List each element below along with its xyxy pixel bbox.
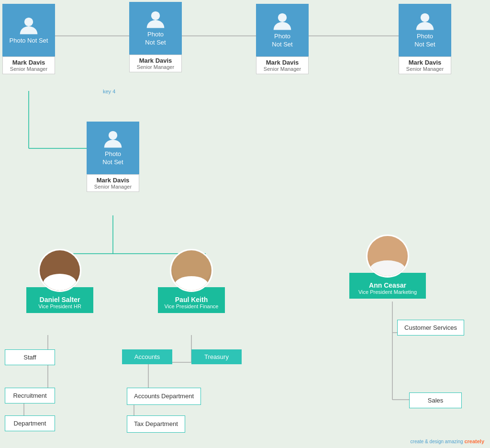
- avatar-ann: [366, 235, 409, 278]
- photo-card-1: Photo Not Set: [2, 4, 55, 56]
- node-mark-davis-2[interactable]: PhotoNot Set Mark Davis Senior Manager: [129, 2, 182, 72]
- watermark: create & design amazing creately: [411, 438, 484, 444]
- avatar-daniel: [38, 249, 81, 292]
- photo-label-1: Photo Not Set: [10, 37, 48, 45]
- org-chart: Photo Not Set Mark Davis Senior Manager …: [0, 0, 490, 448]
- avatar-paul: [170, 249, 213, 292]
- svg-point-38: [278, 13, 287, 22]
- name-label-2: Mark Davis Senior Manager: [129, 55, 182, 72]
- dept-accounts-department[interactable]: Accounts Department: [127, 388, 201, 405]
- svg-point-40: [109, 131, 117, 140]
- photo-card-2: PhotoNot Set: [129, 2, 182, 55]
- dept-treasury[interactable]: Treasury: [191, 349, 242, 364]
- node-mark-davis-4[interactable]: PhotoNot Set Mark Davis Senior Manager: [399, 4, 451, 74]
- photo-card-mid: PhotoNot Set: [87, 122, 139, 174]
- dept-customer-services[interactable]: Customer Services: [397, 320, 464, 336]
- svg-point-39: [421, 13, 429, 22]
- svg-point-36: [24, 17, 33, 26]
- node-daniel-salter[interactable]: Daniel Salter Vice President HR: [26, 249, 93, 313]
- node-paul-keith[interactable]: Paul Keith Vice President Finance: [158, 249, 225, 313]
- node-mark-davis-mid[interactable]: PhotoNot Set Mark Davis Senior Manager: [87, 122, 139, 192]
- key-label: key 4: [103, 89, 115, 94]
- dept-recruitment[interactable]: Recruitment: [5, 388, 55, 403]
- dept-tax-department[interactable]: Tax Department: [127, 415, 185, 433]
- photo-card-4: PhotoNot Set: [399, 4, 451, 56]
- dept-accounts[interactable]: Accounts: [122, 349, 172, 364]
- name-label-mid: Mark Davis Senior Manager: [87, 174, 139, 192]
- node-mark-davis-3[interactable]: PhotoNot Set Mark Davis Senior Manager: [256, 4, 309, 74]
- dept-staff[interactable]: Staff: [5, 349, 55, 365]
- node-mark-davis-1[interactable]: Photo Not Set Mark Davis Senior Manager: [2, 4, 55, 74]
- name-label-1: Mark Davis Senior Manager: [2, 56, 55, 74]
- svg-point-37: [151, 11, 160, 20]
- node-ann-ceasar[interactable]: Ann Ceasar Vice President Marketing: [349, 235, 426, 299]
- dept-sales[interactable]: Sales: [409, 392, 462, 408]
- photo-card-3: PhotoNot Set: [256, 4, 309, 56]
- name-label-4: Mark Davis Senior Manager: [399, 56, 451, 74]
- name-label-3: Mark Davis Senior Manager: [256, 56, 309, 74]
- dept-department[interactable]: Department: [5, 415, 55, 431]
